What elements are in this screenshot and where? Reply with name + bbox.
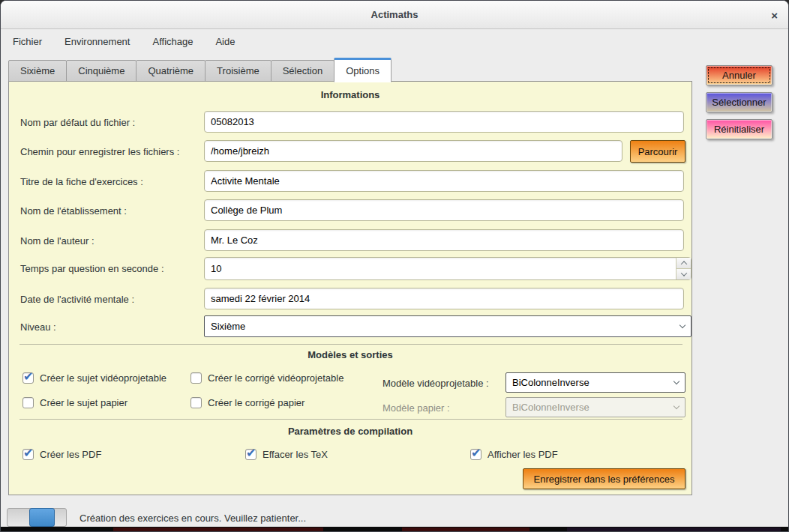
focus-ring bbox=[708, 67, 770, 83]
checkbox-label: Créer le sujet vidéoprojetable bbox=[40, 372, 166, 384]
checkbox-box: ✔ bbox=[22, 449, 34, 460]
menu-fichier[interactable]: Fichier bbox=[13, 36, 42, 47]
save-preferences-button[interactable]: Enregistrer dans les préférences bbox=[523, 468, 686, 489]
chevron-down-icon bbox=[674, 378, 680, 384]
background-strip-segment bbox=[402, 528, 530, 531]
section-title-compilation: Paramètres de compilation bbox=[9, 426, 692, 437]
menu-environnement[interactable]: Environnement bbox=[64, 36, 130, 47]
progress-pulse bbox=[29, 508, 55, 527]
field-label: Nom de l'établissement : bbox=[20, 205, 127, 217]
check-icon: ✔ bbox=[246, 446, 256, 460]
field-label: Niveau : bbox=[20, 321, 56, 333]
time-per-question-spinner bbox=[204, 257, 692, 280]
chevron-up-icon bbox=[680, 261, 686, 267]
checkbox-box: ✔ bbox=[470, 449, 482, 460]
field-row-time-per-question: Temps par question en seconde : bbox=[9, 257, 692, 279]
reset-button-label: Réinitialiser bbox=[714, 124, 764, 135]
checkbox-label: Créer les PDF bbox=[40, 449, 101, 460]
chevron-down-icon bbox=[674, 402, 680, 408]
separator bbox=[20, 344, 682, 345]
chevron-down-icon bbox=[680, 270, 686, 276]
tab-bar: Sixième Cinquième Quatrième Troisième Sé… bbox=[8, 57, 391, 82]
checkbox-effacer-tex[interactable]: ✔ Effacer les TeX bbox=[245, 447, 328, 461]
time-per-question-input[interactable] bbox=[204, 257, 692, 280]
checkbox-corrige-videoprojetable[interactable]: ✔ Créer le corrigé vidéoprojetable bbox=[190, 371, 344, 384]
field-label: Nom par défaut du fichier : bbox=[20, 117, 135, 128]
background-strip-segment bbox=[113, 528, 323, 531]
options-panel: Informations Nom par défaut du fichier :… bbox=[8, 81, 692, 495]
spinner-down-button[interactable] bbox=[676, 268, 691, 279]
tab-troisieme[interactable]: Troisième bbox=[205, 60, 272, 82]
checkbox-afficher-pdf[interactable]: ✔ Afficher les PDF bbox=[470, 447, 558, 461]
checkbox-box: ✔ bbox=[190, 372, 202, 384]
save-path-input[interactable] bbox=[204, 140, 622, 162]
status-text: Création des exercices en cours. Veuille… bbox=[80, 513, 306, 524]
sheet-title-input[interactable] bbox=[204, 170, 684, 192]
progress-bar bbox=[7, 508, 67, 527]
separator bbox=[20, 419, 682, 420]
checkbox-box: ✔ bbox=[245, 449, 256, 460]
checkbox-box: ✔ bbox=[22, 397, 34, 408]
field-row-level: Niveau : Sixième bbox=[9, 315, 692, 338]
field-label: Titre de la fiche d'exercices : bbox=[20, 176, 143, 187]
select-button-label: Sélectionner bbox=[712, 97, 766, 108]
model-papier-value: BiColonneInverse bbox=[512, 402, 590, 413]
check-icon: ✔ bbox=[23, 369, 33, 384]
checkbox-label: Créer le corrigé papier bbox=[208, 397, 304, 408]
section-title-modeles: Modèles et sorties bbox=[9, 349, 692, 360]
tab-quatrieme[interactable]: Quatrième bbox=[136, 60, 206, 82]
checkbox-sujet-videoprojetable[interactable]: ✔ Créer le sujet vidéoprojetable bbox=[22, 371, 166, 384]
browse-button[interactable]: Parcourir bbox=[630, 140, 686, 163]
section-title-informations: Informations bbox=[9, 89, 692, 100]
tab-sixieme[interactable]: Sixième bbox=[8, 60, 67, 82]
checkbox-sujet-papier[interactable]: ✔ Créer le sujet papier bbox=[22, 396, 128, 409]
field-row-school-name: Nom de l'établissement : bbox=[9, 199, 692, 222]
app-window: Actimaths × Fichier Environnement Affich… bbox=[0, 0, 789, 532]
tab-selection[interactable]: Sélection bbox=[271, 60, 334, 82]
field-row-sheet-title: Titre de la fiche d'exercices : bbox=[9, 170, 692, 193]
checkbox-corrige-papier[interactable]: ✔ Créer le corrigé papier bbox=[190, 396, 304, 409]
checkbox-label: Effacer les TeX bbox=[262, 449, 328, 460]
background-strip-segment bbox=[567, 528, 781, 531]
field-label: Temps par question en seconde : bbox=[20, 263, 164, 274]
checkbox-box: ✔ bbox=[190, 397, 202, 408]
author-name-input[interactable] bbox=[204, 229, 684, 251]
field-label: Nom de l'auteur : bbox=[20, 235, 94, 247]
field-row-author-name: Nom de l'auteur : bbox=[9, 229, 692, 252]
menu-aide[interactable]: Aide bbox=[215, 36, 235, 47]
model-papier-label: Modèle papier : bbox=[382, 402, 450, 414]
model-videoprojetable-value: BiColonneInverse bbox=[512, 377, 590, 388]
cancel-button[interactable]: Annuler bbox=[706, 65, 772, 85]
tab-options[interactable]: Options bbox=[334, 58, 392, 82]
model-videoprojetable-select[interactable]: BiColonneInverse bbox=[506, 372, 686, 393]
close-icon[interactable]: × bbox=[771, 9, 778, 20]
tab-cinquieme[interactable]: Cinquième bbox=[66, 60, 136, 82]
default-filename-input[interactable] bbox=[204, 111, 684, 133]
checkbox-label: Créer le corrigé vidéoprojetable bbox=[208, 372, 344, 384]
title-bar: Actimaths × bbox=[1, 1, 788, 29]
check-icon: ✔ bbox=[471, 446, 481, 460]
spinner-up-button[interactable] bbox=[676, 258, 691, 268]
field-label: Chemin pour enregistrer les fichiers : bbox=[20, 146, 179, 157]
field-row-default-filename: Nom par défaut du fichier : bbox=[9, 111, 692, 133]
field-row-activity-date: Date de l'activité mentale : bbox=[9, 288, 692, 310]
chevron-down-icon bbox=[680, 321, 686, 327]
checkbox-label: Afficher les PDF bbox=[488, 449, 558, 460]
check-icon: ✔ bbox=[23, 446, 33, 460]
level-select-value: Sixième bbox=[211, 321, 245, 332]
level-select[interactable]: Sixième bbox=[204, 315, 692, 337]
school-name-input[interactable] bbox=[204, 199, 684, 221]
window-title: Actimaths bbox=[371, 9, 418, 20]
menu-bar: Fichier Environnement Affichage Aide bbox=[1, 30, 788, 52]
menu-affichage[interactable]: Affichage bbox=[152, 36, 193, 47]
checkbox-label: Créer le sujet papier bbox=[40, 397, 128, 408]
select-button[interactable]: Sélectionner bbox=[706, 92, 772, 112]
field-label: Date de l'activité mentale : bbox=[20, 294, 134, 305]
spinner-buttons bbox=[676, 258, 691, 279]
checkbox-box: ✔ bbox=[22, 372, 34, 384]
field-row-save-path: Chemin pour enregistrer les fichiers : P… bbox=[9, 140, 692, 163]
reset-button[interactable]: Réinitialiser bbox=[706, 119, 772, 139]
background-strip bbox=[1, 527, 788, 531]
checkbox-creer-pdf[interactable]: ✔ Créer les PDF bbox=[22, 447, 101, 461]
activity-date-input[interactable] bbox=[204, 288, 684, 309]
